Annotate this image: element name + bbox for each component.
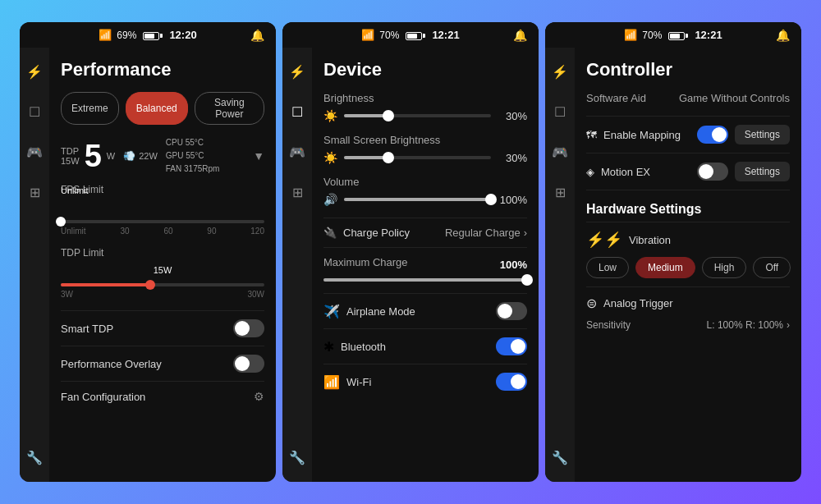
perf-overlay-thumb bbox=[235, 356, 250, 371]
perf-overlay-toggle[interactable] bbox=[233, 355, 264, 373]
motion-ex-right: Settings bbox=[697, 162, 790, 181]
small-brightness-pct: 30% bbox=[498, 152, 527, 164]
small-brightness-thumb[interactable] bbox=[383, 152, 394, 163]
performance-sidebar: ⚡ ☐ 🎮 ⊞ 🔧 bbox=[20, 48, 49, 482]
sidebar-item-gamepad[interactable]: 🎮 bbox=[21, 140, 48, 165]
bluetooth-icon: ✱ bbox=[323, 339, 334, 355]
controller-sidebar: ⚡ ☐ 🎮 ⊞ 🔧 bbox=[545, 48, 575, 482]
fps-slider-track[interactable] bbox=[61, 220, 264, 223]
wifi-icon: 📶 bbox=[99, 29, 112, 41]
time-display: 12:20 bbox=[169, 29, 196, 41]
brightness-track[interactable] bbox=[344, 114, 491, 117]
enable-mapping-row: 🗺 Enable Mapping Settings bbox=[586, 116, 790, 153]
tdp-limit-track[interactable] bbox=[61, 283, 264, 286]
sidebar-item-wrench[interactable]: 🔧 bbox=[21, 445, 48, 470]
max-charge-track[interactable] bbox=[323, 278, 527, 282]
volume-label: Volume bbox=[323, 176, 527, 188]
battery-icon bbox=[141, 30, 164, 41]
motion-ex-label: Motion EX bbox=[601, 166, 650, 178]
tdp-label: TDP15W bbox=[61, 146, 80, 166]
software-aid-label: Software Aid bbox=[586, 92, 646, 104]
volume-track[interactable] bbox=[344, 198, 491, 201]
bluetooth-toggle[interactable] bbox=[496, 337, 527, 355]
vib-low-button[interactable]: Low bbox=[586, 257, 629, 278]
tdp-row: TDP15W 5 W 💨 22W CPU 55°C GPU 55°C FAN 3… bbox=[61, 136, 264, 176]
tdp-limit-val: 15W bbox=[154, 265, 172, 275]
fps-slider-thumb[interactable] bbox=[56, 217, 66, 227]
max-charge-pct: 100% bbox=[498, 259, 527, 271]
ctrl-sidebar-lightning[interactable]: ⚡ bbox=[547, 59, 573, 85]
enable-mapping-settings[interactable]: Settings bbox=[735, 125, 790, 144]
smart-tdp-toggle[interactable] bbox=[233, 319, 264, 337]
max-charge-fill bbox=[323, 278, 527, 282]
expand-arrow[interactable]: ▼ bbox=[253, 149, 264, 163]
charge-policy-right[interactable]: Regular Charge › bbox=[445, 227, 527, 239]
device-content: Device Brightness ☀️ 30% Small bbox=[312, 48, 539, 482]
mapping-icon: 🗺 bbox=[586, 129, 597, 141]
controller-title: Controller bbox=[586, 59, 790, 80]
ctrl-wifi-icon: 📶 bbox=[624, 29, 637, 41]
analog-trigger-label: Analog Trigger bbox=[603, 297, 673, 309]
small-brightness-row: ☀️ 30% bbox=[323, 151, 527, 164]
ctrl-bell-icon: 🔔 bbox=[776, 29, 790, 42]
brightness-section: Brightness ☀️ 30% bbox=[323, 92, 527, 122]
fps-mark-3: 90 bbox=[207, 227, 216, 236]
device-sidebar-wrench[interactable]: 🔧 bbox=[284, 445, 310, 470]
brightness-pct: 30% bbox=[498, 110, 527, 122]
vibration-buttons: Low Medium High Off bbox=[586, 254, 790, 286]
fan-val: 22W bbox=[139, 151, 158, 161]
volume-thumb[interactable] bbox=[485, 194, 497, 205]
device-sidebar-gamepad[interactable]: 🎮 bbox=[284, 140, 310, 165]
max-charge-thumb[interactable] bbox=[521, 274, 533, 286]
ctrl-sidebar-display[interactable]: ☐ bbox=[549, 99, 571, 125]
tdp-limit-thumb[interactable] bbox=[145, 280, 155, 290]
small-brightness-label: Small Screen Brightness bbox=[323, 134, 527, 146]
charge-policy-left: 🔌 Charge Policy bbox=[323, 227, 410, 239]
fan-config-icon[interactable]: ⚙ bbox=[254, 390, 264, 403]
motion-ex-toggle[interactable] bbox=[697, 163, 728, 181]
airplane-thumb bbox=[498, 304, 512, 318]
motion-ex-settings[interactable]: Settings bbox=[735, 162, 790, 181]
volume-section: Volume 🔊 100% bbox=[323, 176, 527, 206]
sensitivity-arrow: › bbox=[787, 319, 790, 331]
fps-limit-section: FPS Limit Unlimit Unlimit 30 60 90 120 bbox=[61, 184, 264, 236]
device-sidebar-display[interactable]: ☐ bbox=[287, 99, 308, 125]
volume-pct: 100% bbox=[498, 194, 527, 206]
tdp-min: 3W bbox=[61, 290, 73, 299]
extreme-button[interactable]: Extreme bbox=[61, 92, 119, 125]
wifi-toggle[interactable] bbox=[496, 373, 527, 391]
vib-medium-button[interactable]: Medium bbox=[635, 257, 695, 278]
sidebar-item-lightning[interactable]: ⚡ bbox=[21, 59, 48, 85]
sidebar-item-grid[interactable]: ⊞ bbox=[25, 180, 45, 205]
wifi-label: Wi-Fi bbox=[346, 376, 371, 388]
performance-panel: 📶 69% 12:20 🔔 ⚡ ☐ 🎮 ⊞ 🔧 Performance bbox=[20, 22, 276, 482]
brightness-slider-row: ☀️ 30% bbox=[323, 109, 527, 122]
enable-mapping-toggle[interactable] bbox=[697, 126, 728, 144]
saving-power-button[interactable]: Saving Power bbox=[195, 92, 264, 125]
enable-mapping-right: Settings bbox=[697, 125, 790, 144]
performance-content: Performance Extreme Balanced Saving Powe… bbox=[49, 48, 276, 482]
brightness-thumb[interactable] bbox=[383, 110, 394, 121]
device-bell-icon: 🔔 bbox=[513, 29, 527, 42]
vib-off-button[interactable]: Off bbox=[753, 257, 791, 278]
charge-policy-arrow: › bbox=[524, 227, 527, 239]
ctrl-sidebar-gamepad[interactable]: 🎮 bbox=[547, 140, 573, 165]
small-brightness-track[interactable] bbox=[344, 156, 491, 159]
device-sidebar-lightning[interactable]: ⚡ bbox=[284, 59, 310, 85]
brightness-label: Brightness bbox=[323, 92, 527, 104]
balanced-button[interactable]: Balanced bbox=[126, 92, 188, 125]
vibration-icon: ⚡⚡ bbox=[586, 231, 622, 249]
device-battery-percent: 70% bbox=[379, 30, 399, 41]
fps-slider-container: Unlimit Unlimit 30 60 90 120 bbox=[61, 199, 264, 236]
ctrl-sidebar-wrench[interactable]: 🔧 bbox=[547, 445, 573, 470]
fan-config-row: Fan Configuration ⚙ bbox=[61, 381, 264, 411]
sidebar-item-display[interactable]: ☐ bbox=[24, 99, 45, 125]
bell-icon: 🔔 bbox=[250, 29, 264, 42]
ctrl-sidebar-grid[interactable]: ⊞ bbox=[550, 180, 571, 205]
tdp-limit-fill bbox=[61, 283, 150, 286]
tdp-max: 30W bbox=[247, 290, 264, 299]
device-sidebar-grid[interactable]: ⊞ bbox=[287, 180, 308, 205]
airplane-toggle[interactable] bbox=[496, 302, 527, 320]
sensitivity-val-row[interactable]: L: 100% R: 100% › bbox=[707, 319, 790, 331]
vib-high-button[interactable]: High bbox=[702, 257, 747, 278]
